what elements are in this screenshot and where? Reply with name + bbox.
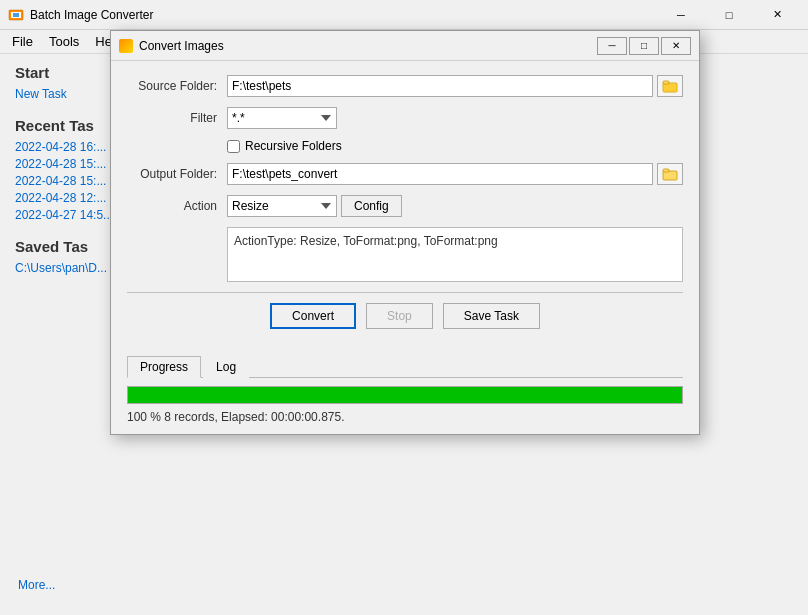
tab-progress[interactable]: Progress <box>127 356 201 378</box>
source-folder-row: Source Folder: <box>127 75 683 97</box>
tabs-row: Progress Log <box>127 355 683 378</box>
main-area: Start New Task Recent Tas 2022-04-28 16:… <box>0 54 808 615</box>
sidebar-recent-2[interactable]: 2022-04-28 15:... <box>15 174 120 188</box>
tab-log[interactable]: Log <box>203 356 249 378</box>
convert-images-dialog: Convert Images ─ □ ✕ Source Folder: <box>110 30 700 435</box>
config-button[interactable]: Config <box>341 195 402 217</box>
progress-area: Progress Log 100 % 8 records, Elapsed: 0… <box>111 355 699 434</box>
button-row: Convert Stop Save Task <box>127 303 683 329</box>
progress-bar-container <box>127 386 683 404</box>
sidebar-recent-0[interactable]: 2022-04-28 16:... <box>15 140 120 154</box>
convert-button[interactable]: Convert <box>270 303 356 329</box>
dialog-icon <box>119 39 133 53</box>
dialog-maximize-button[interactable]: □ <box>629 37 659 55</box>
source-folder-label: Source Folder: <box>127 79 227 93</box>
output-folder-row: Output Folder: <box>127 163 683 185</box>
save-task-button[interactable]: Save Task <box>443 303 540 329</box>
sidebar-start-section: Start New Task <box>15 64 120 101</box>
action-label: Action <box>127 199 227 213</box>
sidebar-more-link[interactable]: More... <box>18 578 55 592</box>
svg-rect-2 <box>13 13 19 17</box>
dialog-title-bar: Convert Images ─ □ ✕ <box>111 31 699 61</box>
filter-select[interactable]: *.* *.jpg *.png *.bmp <box>227 107 337 129</box>
source-folder-input[interactable] <box>227 75 653 97</box>
app-icon <box>8 7 24 23</box>
sidebar: Start New Task Recent Tas 2022-04-28 16:… <box>10 64 120 605</box>
divider <box>127 292 683 293</box>
progress-bar-fill <box>128 387 682 403</box>
source-folder-browse-button[interactable] <box>657 75 683 97</box>
action-select[interactable]: Resize Convert Crop Rotate <box>227 195 337 217</box>
sidebar-new-task[interactable]: New Task <box>15 87 120 101</box>
action-row: Action Resize Convert Crop Rotate Config <box>127 195 683 217</box>
minimize-button[interactable]: ─ <box>658 5 704 25</box>
output-folder-input[interactable] <box>227 163 653 185</box>
recursive-checkbox[interactable] <box>227 140 240 153</box>
sidebar-saved-title: Saved Tas <box>15 238 120 255</box>
output-folder-label: Output Folder: <box>127 167 227 181</box>
svg-rect-6 <box>663 169 669 172</box>
sidebar-recent-4[interactable]: 2022-04-27 14:5... <box>15 208 120 222</box>
sidebar-saved-section: Saved Tas C:\Users\pan\D... <box>15 238 120 275</box>
dialog-title: Convert Images <box>139 39 597 53</box>
sidebar-start-title: Start <box>15 64 120 81</box>
sidebar-recent-1[interactable]: 2022-04-28 15:... <box>15 157 120 171</box>
action-group: Resize Convert Crop Rotate Config <box>227 195 683 217</box>
sidebar-recent-3[interactable]: 2022-04-28 12:... <box>15 191 120 205</box>
recursive-label[interactable]: Recursive Folders <box>245 139 342 153</box>
dialog-minimize-button[interactable]: ─ <box>597 37 627 55</box>
output-folder-group <box>227 163 683 185</box>
filter-label: Filter <box>127 111 227 125</box>
progress-status: 100 % 8 records, Elapsed: 00:00:00.875. <box>127 410 683 424</box>
menu-tools[interactable]: Tools <box>41 32 87 51</box>
maximize-button[interactable]: □ <box>706 5 752 25</box>
title-controls: ─ □ ✕ <box>658 5 800 25</box>
dialog-body: Source Folder: Filter <box>111 61 699 355</box>
stop-button[interactable]: Stop <box>366 303 433 329</box>
app-title: Batch Image Converter <box>30 8 658 22</box>
action-info-box: ActionType: Resize, ToFormat:png, ToForm… <box>227 227 683 282</box>
filter-row: Filter *.* *.jpg *.png *.bmp <box>127 107 683 129</box>
action-info-text: ActionType: Resize, ToFormat:png, ToForm… <box>234 234 498 248</box>
svg-rect-4 <box>663 81 669 84</box>
filter-group: *.* *.jpg *.png *.bmp <box>227 107 683 129</box>
sidebar-recent-title: Recent Tas <box>15 117 120 134</box>
menu-file[interactable]: File <box>4 32 41 51</box>
close-app-button[interactable]: ✕ <box>754 5 800 25</box>
output-folder-browse-button[interactable] <box>657 163 683 185</box>
sidebar-saved-0[interactable]: C:\Users\pan\D... <box>15 261 120 275</box>
source-folder-group <box>227 75 683 97</box>
sidebar-recent-section: Recent Tas 2022-04-28 16:... 2022-04-28 … <box>15 117 120 222</box>
dialog-title-controls: ─ □ ✕ <box>597 37 691 55</box>
app-title-bar: Batch Image Converter ─ □ ✕ <box>0 0 808 30</box>
dialog-close-button[interactable]: ✕ <box>661 37 691 55</box>
recursive-row: Recursive Folders <box>127 139 683 153</box>
